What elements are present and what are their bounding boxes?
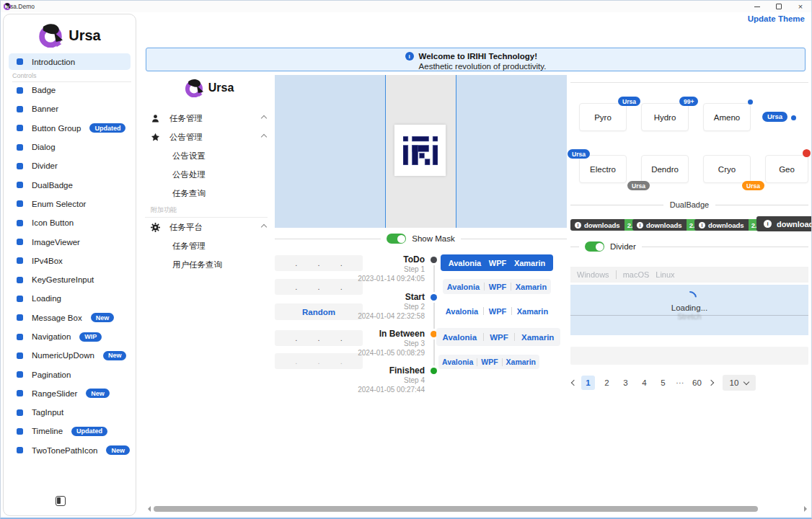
page-size-select[interactable]: 10 [723,375,756,391]
sidebar-item-banner[interactable]: Banner [4,99,136,118]
sidebar-item-dialog[interactable]: Dialog [4,138,136,156]
button-group-borderless: Avalonia WPF Xamarin [441,303,553,319]
next-page-icon[interactable] [708,380,714,386]
sidebar-item-navigation[interactable]: NavigationWIP [4,327,136,346]
menu-group-task-mgmt[interactable]: 任务管理 [145,109,273,128]
pagination: 1 2 3 4 5 ⋯ 60 10 [572,375,756,391]
collapse-sidebar-icon[interactable] [56,496,66,506]
prev-page-icon[interactable] [571,380,577,386]
group-button-xamarin[interactable]: Xamarin [516,283,547,291]
button-group-large: Avalonia WPF Xamarin [436,328,560,346]
sidebar-item-introduction[interactable]: Introduction [9,53,131,70]
bullet-icon [17,87,23,94]
info-icon [575,222,581,229]
menu-item-task-mgmt[interactable]: 任务管理 [145,236,273,255]
maximize-icon [776,4,782,9]
page-button-2[interactable]: 2 [600,376,614,390]
empty-bar [570,347,808,365]
page-button-4[interactable]: 4 [637,376,651,390]
timeline-item: In Between Step 3 2024-01-05 00:08:29 [329,329,425,358]
bullet-icon [17,200,23,207]
bullet-icon [17,277,23,283]
status-badge: Updated [89,123,125,133]
group-button-wpf[interactable]: WPF [481,358,498,366]
menu-item-task-query[interactable]: 任务查询 [145,184,273,203]
group-button-xamarin[interactable]: Xamarin [514,259,545,267]
viewer-mask-right [456,75,567,228]
update-theme-button[interactable]: Update Theme [748,14,805,23]
loading-panel: Stretch Loading... [570,285,808,335]
page-button-60[interactable]: 60 [690,376,704,390]
sidebar-logo: Ursa [4,23,136,48]
group-button-xamarin[interactable]: Xamarin [517,307,548,316]
menu-item-user-task-query[interactable]: 用户任务查询 [145,255,273,274]
star-icon [151,133,160,142]
gear-icon [151,223,160,232]
group-button-avalonia[interactable]: Avalonia [443,333,477,342]
sidebar-item-icon-button[interactable]: Icon Button [4,213,136,232]
sidebar-item-ipv4box[interactable]: IPv4Box [4,252,136,270]
minimize-button[interactable] [746,1,768,12]
group-button-xamarin[interactable]: Xamarin [521,333,554,342]
sidebar-item-numericupdown[interactable]: NumericUpDownNew [4,346,136,365]
sidebar-item-dualbadge[interactable]: DualBadge [4,175,136,194]
sidebar-item-enum-selector[interactable]: Enum Selector [4,195,136,213]
sidebar-item-pagination[interactable]: Pagination [4,365,136,383]
demo-menu-logo: Ursa [145,79,273,97]
badge-dot-red [803,149,811,157]
close-button[interactable]: × [790,1,811,12]
divider-toggle[interactable] [585,241,604,252]
horizontal-scrollbar-thumb[interactable] [154,506,758,512]
sidebar-item-button-group[interactable]: Button GroupUpdated [4,119,136,138]
sidebar-item-divider[interactable]: Divider [4,156,136,175]
menu-item-announcement-handling[interactable]: 公告处理 [145,165,273,184]
ursa-logo-icon [38,23,63,48]
scroll-right-icon[interactable] [804,506,810,512]
viewer-guide-line [456,75,456,228]
status-badge: New [91,313,115,322]
group-button-avalonia[interactable]: Avalonia [447,283,480,291]
scroll-left-icon[interactable] [145,506,151,512]
timeline-dot-finished [431,368,437,374]
info-icon [405,52,414,61]
page-button-5[interactable]: 5 [656,376,670,390]
bullet-icon [17,371,23,378]
viewer-guide-line [385,75,386,228]
menu-item-announcement-settings[interactable]: 公告设置 [145,146,273,165]
banner-subtitle: Aesthetic revolution of productivity. [419,61,547,71]
bullet-icon [17,409,23,416]
menu-group-announcement[interactable]: 公告管理 [145,128,273,146]
maximize-button[interactable] [768,1,790,12]
sidebar-item-badge[interactable]: Badge [4,81,136,99]
badge-ursa: Ursa [568,149,590,159]
sidebar-item-keygestureinput[interactable]: KeyGestureInput [4,270,136,289]
status-badge: New [103,351,127,360]
sidebar-item-taginput[interactable]: TagInput [4,403,136,422]
page-button-1[interactable]: 1 [581,376,595,390]
menu-group-task-platform[interactable]: 任务平台 [145,218,273,236]
group-button-wpf[interactable]: WPF [489,307,506,316]
image-viewer[interactable] [275,75,567,228]
sidebar-item-twotonepathicon[interactable]: TwoTonePathIconNew [4,441,136,460]
group-button-xamarin[interactable]: Xamarin [506,358,536,366]
group-button-wpf[interactable]: WPF [489,283,506,291]
group-button-wpf[interactable]: WPF [489,259,506,267]
sidebar-item-loading[interactable]: Loading [4,289,136,308]
sidebar-item-timeline[interactable]: TimelineUpdated [4,422,136,440]
group-button-wpf[interactable]: WPF [490,333,508,342]
page-button-3[interactable]: 3 [619,376,632,390]
sidebar-item-message-box[interactable]: Message BoxNew [4,309,136,327]
show-mask-toggle[interactable] [387,234,406,244]
group-button-avalonia[interactable]: Avalonia [442,358,473,366]
timeline-dot-start [431,294,437,301]
badge-card-ameno: Ameno [703,103,751,131]
group-button-avalonia[interactable]: Avalonia [449,259,481,267]
timeline-dot-todo [431,257,437,263]
button-group-light: Avalonia WPF Xamarin [443,279,551,294]
sidebar-item-imageviewer[interactable]: ImageViewer [4,232,136,251]
group-button-avalonia[interactable]: Avalonia [446,307,478,316]
person-icon [151,114,160,123]
sidebar-item-rangeslider[interactable]: RangeSliderNew [4,384,136,403]
banner-title: Welcome to IRIHI Technology! [419,51,547,61]
bullet-icon [17,144,23,151]
